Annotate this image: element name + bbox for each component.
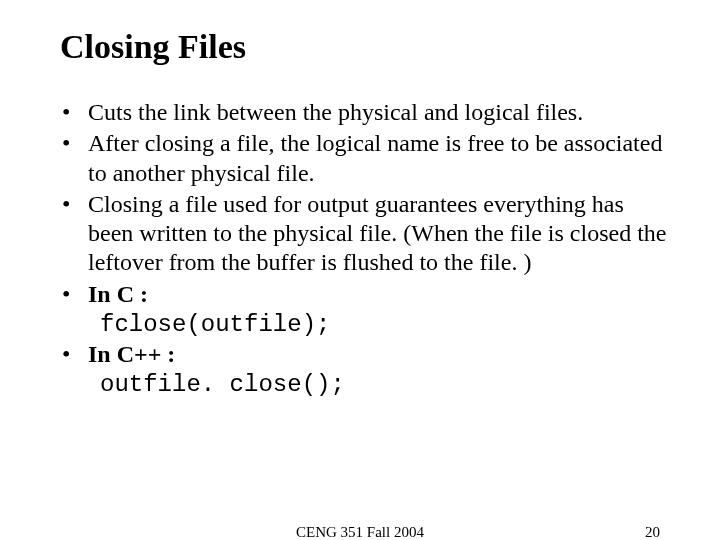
bullet-label: In C : xyxy=(88,281,148,307)
bullet-item: In C : xyxy=(62,280,672,309)
footer-course: CENG 351 Fall 2004 xyxy=(0,524,720,540)
code-line: fclose(outfile); xyxy=(100,311,672,338)
bullet-item: Closing a file used for output guarantee… xyxy=(62,190,672,278)
bullet-item: Cuts the link between the physical and l… xyxy=(62,98,672,127)
code-line: outfile. close(); xyxy=(100,371,672,398)
slide-title: Closing Files xyxy=(60,28,672,66)
bullet-label: In C++ : xyxy=(88,341,175,367)
footer-page-number: 20 xyxy=(645,524,660,540)
bullet-item: After closing a file, the logical name i… xyxy=(62,129,672,188)
bullet-item: In C++ : xyxy=(62,340,672,369)
bullet-list: In C++ : xyxy=(48,340,672,369)
bullet-list: Cuts the link between the physical and l… xyxy=(48,98,672,309)
slide-content: Closing Files Cuts the link between the … xyxy=(0,0,720,398)
